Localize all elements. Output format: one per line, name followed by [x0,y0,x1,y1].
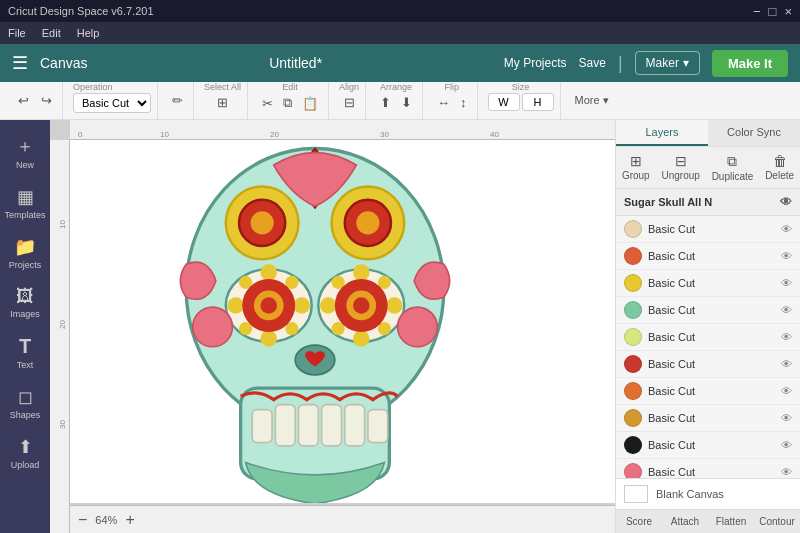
svg-rect-36 [252,409,272,442]
titlebar: Cricut Design Space v6.7.201 − □ × [0,0,800,22]
ruler-tick-left-10: 10 [58,220,67,229]
operation-label: Operation [73,82,113,92]
svg-rect-37 [276,404,296,445]
tab-color-sync[interactable]: Color Sync [708,120,800,146]
duplicate-button[interactable]: ⧉ Duplicate [708,151,758,184]
projects-icon: 📁 [14,236,36,258]
layer-eye-6[interactable]: 👁 [781,385,792,397]
layer-item-9[interactable]: Basic Cut 👁 [616,459,800,478]
layer-item-0[interactable]: Basic Cut 👁 [616,216,800,243]
save-button[interactable]: Save [579,56,606,70]
duplicate-label: Duplicate [712,171,754,182]
maker-label: Maker [646,56,679,70]
sidebar-item-label: Images [10,309,40,319]
make-it-button[interactable]: Make It [712,50,788,77]
delete-button[interactable]: 🗑 Delete [761,151,798,184]
layer-eye-8[interactable]: 👁 [781,439,792,451]
height-input[interactable] [522,93,554,111]
blank-canvas-swatch [624,485,648,503]
tab-layers[interactable]: Layers [616,120,708,146]
maximize-button[interactable]: □ [769,4,777,19]
svg-point-14 [294,297,311,314]
sidebar-item-projects[interactable]: 📁 Projects [2,230,48,276]
menu-help[interactable]: Help [77,27,100,39]
group-button[interactable]: ⊞ Group [618,151,654,184]
minimize-button[interactable]: − [753,4,761,19]
sidebar-item-images[interactable]: 🖼 Images [2,280,48,325]
align-button[interactable]: ⊟ [340,93,359,112]
copy-button[interactable]: ⧉ [279,93,296,113]
width-input[interactable] [488,93,520,111]
score-button[interactable]: Score [616,510,662,533]
layer-eye-2[interactable]: 👁 [781,277,792,289]
arrange-label: Arrange [380,82,412,92]
attach-button[interactable]: Attach [662,510,708,533]
visibility-icon[interactable]: 👁 [780,195,792,209]
flatten-button[interactable]: Flatten [708,510,754,533]
toolbar-size: Size [482,82,561,119]
paste-button[interactable]: 📋 [298,93,322,113]
undo-button[interactable]: ↩ [14,91,33,110]
layer-item-6[interactable]: Basic Cut 👁 [616,378,800,405]
sidebar-item-new[interactable]: ＋ New [2,128,48,176]
ungroup-button[interactable]: ⊟ Ungroup [657,151,703,184]
layer-item-3[interactable]: Basic Cut 👁 [616,297,800,324]
layer-eye-7[interactable]: 👁 [781,412,792,424]
zoom-out-button[interactable]: − [78,511,87,529]
layer-eye-4[interactable]: 👁 [781,331,792,343]
menu-edit[interactable]: Edit [42,27,61,39]
layer-item-2[interactable]: Basic Cut 👁 [616,270,800,297]
menu-file[interactable]: File [8,27,26,39]
skull-image[interactable] [145,140,485,503]
layers-list[interactable]: Basic Cut 👁 Basic Cut 👁 Basic Cut 👁 Basi… [616,216,800,478]
svg-point-21 [261,297,278,314]
toolbar-arrange: Arrange ⬆ ⬇ [370,82,423,119]
flip-v-button[interactable]: ↕ [456,93,471,112]
zoom-bar: − 64% + [70,505,615,533]
sidebar-item-upload[interactable]: ⬆ Upload [2,430,48,476]
arrange-front-button[interactable]: ⬆ [376,93,395,112]
hamburger-menu[interactable]: ☰ [12,52,28,74]
sidebar-item-shapes[interactable]: ◻ Shapes [2,380,48,426]
layer-item-4[interactable]: Basic Cut 👁 [616,324,800,351]
layer-color-0 [624,220,642,238]
toolbar-flip: Flip ↔ ↕ [427,82,478,119]
more-button[interactable]: More ▾ [571,92,613,109]
header-left: ☰ Canvas [12,52,87,74]
edit-style-button[interactable]: ✏ [168,91,187,110]
layer-item-8[interactable]: Basic Cut 👁 [616,432,800,459]
layer-eye-3[interactable]: 👁 [781,304,792,316]
layer-eye-9[interactable]: 👁 [781,466,792,478]
select-all-button[interactable]: ⊞ [213,93,232,112]
zoom-value: 64% [95,514,117,526]
maker-button[interactable]: Maker ▾ [635,51,700,75]
toolbar-undo-redo: ↩ ↪ [8,82,63,119]
layer-item-5[interactable]: Basic Cut 👁 [616,351,800,378]
layer-eye-0[interactable]: 👁 [781,223,792,235]
layer-item-1[interactable]: Basic Cut 👁 [616,243,800,270]
sidebar-item-text[interactable]: T Text [2,329,48,376]
canvas-area[interactable]: 0 10 20 30 40 10 20 30 [50,120,615,533]
layer-item-7[interactable]: Basic Cut 👁 [616,405,800,432]
layer-color-3 [624,301,642,319]
operation-select[interactable]: Basic Cut [73,93,151,113]
layer-color-4 [624,328,642,346]
blank-canvas-row[interactable]: Blank Canvas [616,478,800,509]
layer-eye-5[interactable]: 👁 [781,358,792,370]
arrange-back-button[interactable]: ⬇ [397,93,416,112]
layer-label-2: Basic Cut [648,277,775,289]
close-button[interactable]: × [784,4,792,19]
menubar: File Edit Help [0,22,800,44]
my-projects-link[interactable]: My Projects [504,56,567,70]
contour-button[interactable]: Contour [754,510,800,533]
redo-button[interactable]: ↪ [37,91,56,110]
layer-color-7 [624,409,642,427]
layer-label-1: Basic Cut [648,250,775,262]
sidebar-item-templates[interactable]: ▦ Templates [2,180,48,226]
layer-label-6: Basic Cut [648,385,775,397]
layer-eye-1[interactable]: 👁 [781,250,792,262]
cut-button[interactable]: ✂ [258,93,277,113]
svg-point-35 [398,307,438,347]
flip-h-button[interactable]: ↔ [433,93,454,112]
zoom-in-button[interactable]: + [125,511,134,529]
